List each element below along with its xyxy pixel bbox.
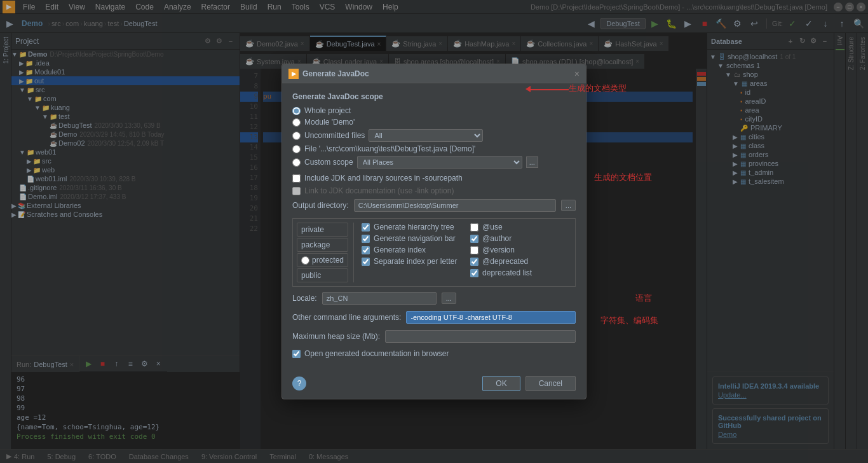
scope-custom: Custom scope All Places ...: [292, 156, 576, 169]
scope-section-label: Generate JavaDoc scope: [292, 92, 576, 101]
locale-row: Locale: ...: [292, 292, 576, 305]
vis-private-label: private: [301, 225, 324, 234]
locale-input[interactable]: [322, 292, 437, 305]
uncommitted-select[interactable]: All: [369, 129, 483, 142]
output-dir-label: Output directory:: [292, 201, 349, 210]
generate-options-column: Generate hierarchy tree Generate navigat…: [356, 223, 463, 282]
gen-hierarchy-label: Generate hierarchy tree: [374, 223, 454, 232]
cmdline-label: Other command line arguments:: [292, 313, 401, 322]
opt-author-label: @author: [482, 234, 512, 243]
open-browser-checkbox-row: Open generated documentation in browser: [292, 349, 576, 358]
scope-file[interactable]: File '...\src\com\kuang\test\DebugTest.j…: [292, 144, 576, 153]
vis-public-label: public: [301, 271, 321, 280]
gen-hierarchy-tree[interactable]: Generate hierarchy tree: [362, 223, 463, 232]
output-browse-button[interactable]: ...: [561, 200, 576, 211]
opt-deprecated[interactable]: @deprecated: [470, 257, 571, 266]
custom-scope-select[interactable]: All Places: [357, 156, 522, 169]
opt-deprecated-label: @deprecated: [482, 257, 528, 266]
modal-footer: ? OK Cancel: [282, 371, 586, 399]
tag-options-column: @use @author @version @deprecated: [465, 223, 571, 282]
scope-whole-project[interactable]: Whole project: [292, 106, 576, 115]
include-jdk-label: Include JDK and library sources in -sour…: [304, 174, 463, 183]
annotation-doc-location: 生成的文档位置: [594, 172, 652, 183]
gen-index[interactable]: Generate index: [362, 245, 463, 254]
open-browser-checkbox[interactable]: [292, 350, 301, 358]
vis-package[interactable]: package: [297, 238, 348, 252]
link-jdk-checkbox-row: Link to JDK documentation (use -link opt…: [292, 186, 576, 195]
scope-uncommitted: Uncommitted files All: [292, 129, 576, 142]
scope-radio-group: Whole project Module 'Demo' Uncommitted …: [292, 106, 576, 169]
generate-javadoc-modal: ▶ Generate JavaDoc × Generate JavaDoc sc…: [281, 64, 587, 399]
ok-button[interactable]: OK: [482, 376, 520, 391]
vis-protected[interactable]: protected: [297, 253, 348, 267]
scope-module-demo[interactable]: Module 'Demo': [292, 118, 576, 127]
modal-overlay: ▶ Generate JavaDoc × Generate JavaDoc sc…: [0, 0, 868, 463]
cmdline-input[interactable]: [406, 311, 576, 324]
opt-author[interactable]: @author: [470, 234, 571, 243]
gen-nav-label: Generate navigation bar: [374, 234, 456, 243]
opt-version-label: @version: [482, 245, 515, 254]
vis-private[interactable]: private: [297, 223, 348, 237]
vis-protected-label: protected: [312, 256, 344, 265]
locale-browse-button[interactable]: ...: [442, 293, 456, 304]
gen-separate-index[interactable]: Separate index per letter: [362, 257, 463, 266]
include-jdk-checkbox-row: Include JDK and library sources in -sour…: [292, 174, 576, 183]
help-button[interactable]: ?: [292, 377, 306, 390]
vis-public[interactable]: public: [297, 268, 348, 282]
gen-index-label: Generate index: [374, 245, 426, 254]
opt-version[interactable]: @version: [470, 245, 571, 254]
gen-separate-label: Separate index per letter: [374, 257, 457, 266]
locale-label: Locale:: [292, 294, 317, 303]
cancel-button[interactable]: Cancel: [526, 376, 576, 391]
include-jdk-checkbox[interactable]: [292, 174, 301, 183]
modal-body: Generate JavaDoc scope Whole project Mod…: [282, 83, 586, 371]
visibility-generate-section: private package protected public: [292, 218, 576, 287]
custom-scope-edit-button[interactable]: ...: [526, 156, 538, 168]
modal-icon: ▶: [288, 69, 299, 79]
gen-nav-bar[interactable]: Generate navigation bar: [362, 234, 463, 243]
opt-deprecated-list-label: deprecated list: [482, 268, 532, 277]
opt-deprecated-list[interactable]: deprecated list: [470, 268, 571, 277]
modal-header: ▶ Generate JavaDoc ×: [282, 64, 586, 83]
heap-input[interactable]: [385, 330, 576, 343]
annotation-language: 语言: [635, 293, 652, 304]
link-jdk-checkbox[interactable]: [292, 187, 301, 195]
modal-title: Generate JavaDoc: [302, 69, 369, 78]
cmdline-row: Other command line arguments:: [292, 311, 576, 324]
output-dir-input[interactable]: [354, 199, 556, 212]
opt-use-label: @use: [482, 223, 503, 232]
visibility-column: private package protected public: [297, 223, 354, 282]
open-browser-label: Open generated documentation in browser: [304, 349, 449, 358]
annotation-charset: 字符集、编码集: [600, 315, 658, 326]
link-jdk-label: Link to JDK documentation (use -link opt…: [304, 186, 454, 195]
heap-row: Maximum heap size (Mb):: [292, 330, 576, 343]
heap-label: Maximum heap size (Mb):: [292, 332, 380, 341]
modal-close-button[interactable]: ×: [574, 69, 580, 79]
opt-use[interactable]: @use: [470, 223, 571, 232]
output-dir-row: Output directory: ...: [292, 199, 576, 212]
vis-package-label: package: [301, 240, 330, 249]
